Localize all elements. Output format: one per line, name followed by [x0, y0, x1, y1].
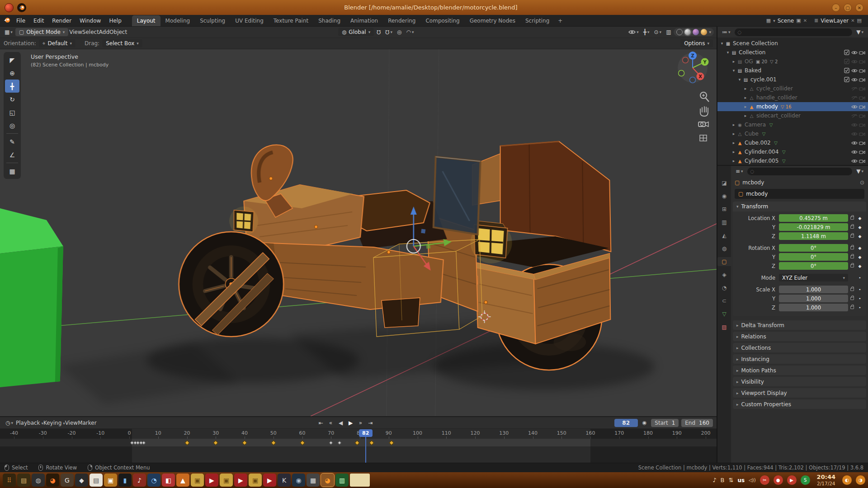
rendered-shading-button[interactable]	[701, 29, 707, 35]
hide-toggle-icon[interactable]	[850, 50, 858, 55]
outliner-search-input[interactable]: ◌	[735, 28, 853, 36]
jump-to-end-button[interactable]: ⇥	[366, 419, 375, 427]
network-icon[interactable]: ⇅	[729, 477, 734, 483]
taskbar-app-music-app[interactable]: ♪	[133, 474, 146, 487]
taskbar-app-browser2[interactable]: ◔	[147, 474, 160, 487]
workspace-tab-compositing[interactable]: Compositing	[420, 15, 464, 26]
value-field[interactable]: 0°	[779, 253, 848, 261]
output-properties-tab[interactable]: ⊞	[719, 205, 730, 214]
recorder[interactable]: ●	[774, 475, 783, 485]
play-button[interactable]: ▶	[346, 419, 355, 427]
unlink-scene-icon[interactable]: ✕	[803, 18, 807, 23]
timeline-menu-view[interactable]: View	[65, 420, 78, 426]
world-properties-tab[interactable]: ◍	[719, 244, 730, 253]
taskbar-app-folder-docs[interactable]: ▣	[191, 474, 204, 487]
drag-mode-dropdown[interactable]: Select Box ▾	[102, 39, 142, 47]
timeline-track-area[interactable]: -40-30-20-100102030405060708090100110120…	[0, 429, 717, 463]
hide-toggle-icon[interactable]	[850, 159, 858, 164]
outliner-row-cylinder-005[interactable]: ▸▲Cylinder.005▽	[717, 156, 868, 165]
workspace-tab-sculpting[interactable]: Sculpting	[195, 15, 230, 26]
system-menu-icon[interactable]	[5, 3, 14, 12]
blender-app-icon[interactable]	[17, 3, 26, 12]
editor-type-button[interactable]: ▦▾	[3, 28, 14, 36]
orientation-dropdown[interactable]: ◍ Global ▾	[338, 28, 374, 36]
taskbar-app-obs[interactable]: ◉	[292, 474, 305, 487]
render-visibility-icon[interactable]	[858, 122, 866, 127]
section-instancing[interactable]: ▸Instancing	[733, 354, 866, 364]
render-visibility-icon[interactable]	[858, 77, 866, 82]
jump-to-start-button[interactable]: ⇤	[316, 419, 325, 427]
hide-toggle-icon[interactable]	[850, 122, 858, 127]
collapse-icon[interactable]: ▾	[719, 41, 725, 46]
spotify-tray[interactable]: S	[801, 475, 810, 485]
taskbar-app-app-grid[interactable]: ⠿	[3, 474, 16, 487]
section-custom-properties[interactable]: ▸Custom Properties	[733, 399, 866, 409]
visibility-dropdown[interactable]: ▾	[627, 28, 641, 36]
material-properties-tab[interactable]: ▨	[719, 323, 730, 332]
hide-toggle-icon[interactable]	[850, 86, 858, 91]
outliner-row-camera[interactable]: ▸◉Camera▽	[717, 120, 868, 129]
transform-tool-button[interactable]: ◎	[5, 119, 19, 132]
value-field[interactable]: 1.1148 m	[779, 232, 848, 240]
hide-toggle-icon[interactable]	[850, 95, 858, 100]
timeline-editor-type-button[interactable]: ◷▾	[4, 419, 15, 427]
pin-icon[interactable]: ⊙	[860, 179, 864, 186]
object-properties-tab[interactable]: ▢	[717, 257, 731, 266]
workspace-tab-animation[interactable]: Animation	[345, 15, 383, 26]
lock-icon[interactable]	[850, 255, 854, 258]
minimize-button[interactable]: –	[832, 4, 840, 12]
settings-circle[interactable]: ◐	[842, 475, 852, 485]
material-shading-button[interactable]	[693, 29, 699, 35]
keyframe-diamond-icon[interactable]: ◆	[856, 225, 863, 230]
value-field[interactable]: -0.021829 m	[779, 223, 848, 231]
volume-icon[interactable]: ◁))	[749, 478, 756, 483]
taskbar-app-text-editor[interactable]: ▤	[90, 474, 103, 487]
lock-icon[interactable]	[850, 288, 854, 291]
viewport-checkbox[interactable]	[843, 50, 850, 55]
taskbar-app-folder-2[interactable]: ▣	[220, 474, 233, 487]
next-keyframe-button[interactable]: »	[356, 419, 365, 427]
taskbar-app-photos[interactable]: ◧	[162, 474, 175, 487]
render-properties-tab[interactable]: ◉	[719, 192, 730, 201]
menu-edit[interactable]: Edit	[29, 16, 48, 26]
view-layer-properties-tab[interactable]: ▥	[719, 218, 730, 227]
viewport-menu-add[interactable]: Add	[99, 29, 109, 35]
scale-tool-button[interactable]: ◱	[5, 106, 19, 119]
render-visibility-icon[interactable]	[858, 59, 866, 64]
expand-icon[interactable]: ▸	[731, 131, 736, 136]
render-visibility-icon[interactable]	[858, 68, 866, 73]
value-field[interactable]: 0°	[779, 262, 848, 270]
value-field[interactable]: 1.000	[779, 295, 848, 302]
snap-settings-dropdown[interactable]: Ω▾	[383, 28, 394, 36]
expand-icon[interactable]: ▸	[743, 86, 748, 91]
keyframe-diamond-icon[interactable]: ◆	[856, 216, 863, 221]
hide-toggle-icon[interactable]	[850, 113, 858, 118]
options-dropdown[interactable]: Options ▾	[680, 39, 713, 47]
hide-toggle-icon[interactable]	[850, 77, 858, 82]
hide-toggle-icon[interactable]	[850, 150, 858, 155]
outliner-row-scene-collection[interactable]: ▾▦Scene Collection	[717, 39, 868, 48]
expand-icon[interactable]: ▸	[731, 122, 736, 127]
taskbar-app-spreadsheet[interactable]: ▥	[335, 474, 349, 487]
playhead[interactable]	[365, 436, 366, 463]
prev-keyframe-button[interactable]: «	[326, 419, 335, 427]
lock-icon[interactable]	[850, 297, 854, 300]
value-field[interactable]: 0°	[779, 244, 848, 252]
play-reverse-button[interactable]: ◀	[336, 419, 345, 427]
menu-render[interactable]: Render	[48, 16, 75, 26]
object-data-properties-tab[interactable]: ▽	[719, 310, 730, 319]
select-box-tool-button[interactable]: ◤	[5, 53, 19, 66]
outliner-editor-type-button[interactable]: ≔▾	[720, 28, 732, 36]
expand-icon[interactable]: ▸	[743, 95, 748, 100]
hide-toggle-icon[interactable]	[850, 68, 858, 73]
properties-search-input[interactable]: ◌	[747, 168, 853, 175]
screenshot-tool[interactable]: ✂	[760, 475, 769, 485]
timeline-menu-marker[interactable]: Marker	[78, 420, 96, 426]
value-field[interactable]: 1.000	[779, 304, 848, 311]
green-cube[interactable]	[0, 208, 63, 387]
taskbar-app-firefox[interactable]: ◕	[46, 474, 59, 487]
falloff-dropdown[interactable]: ◠▾	[405, 28, 416, 36]
proportional-edit-button[interactable]: ◎	[395, 28, 403, 36]
render-visibility-icon[interactable]	[858, 86, 866, 91]
blender-logo-icon[interactable]	[4, 17, 10, 25]
